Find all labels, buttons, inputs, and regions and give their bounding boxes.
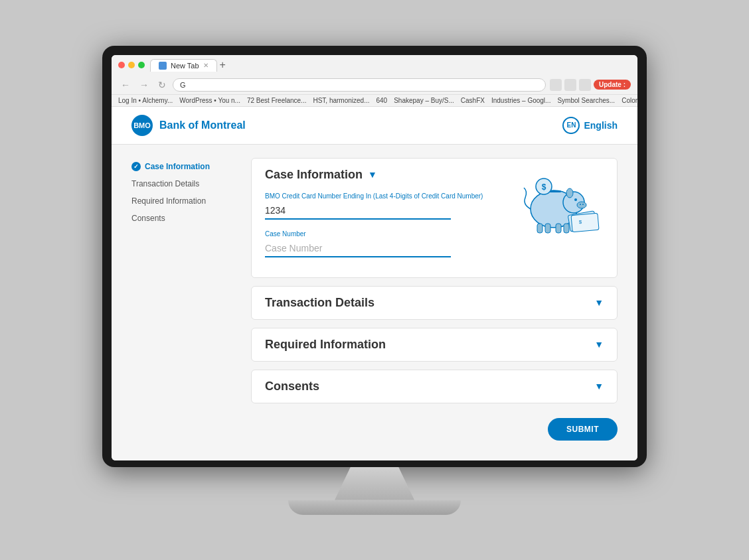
content-area: Case Information ▼ BMO Credit Card Numbe… [251, 158, 618, 447]
sidebar-check-icon: ✓ [131, 162, 141, 171]
transaction-details-arrow-icon: ▼ [594, 297, 604, 308]
section-required-information: Required Information ▼ [251, 328, 618, 362]
bookmark-9[interactable]: Symbol Searches... [557, 97, 615, 104]
bookmark-2[interactable]: WordPress • You n... [179, 97, 240, 104]
bookmark-1[interactable]: Log In • Alchemy... [118, 97, 173, 104]
bookmark-5[interactable]: 640 [376, 97, 388, 104]
back-icon[interactable]: ← [118, 78, 133, 92]
sidebar-item-transaction-details-label: Transaction Details [131, 179, 199, 188]
svg-rect-15 [571, 213, 599, 232]
tab-favicon-icon [159, 62, 167, 70]
svg-rect-13 [564, 224, 569, 233]
submit-area: SUBMIT [251, 411, 618, 447]
svg-rect-10 [537, 224, 542, 233]
consents-header[interactable]: Consents ▼ [252, 370, 617, 403]
transaction-details-header[interactable]: Transaction Details ▼ [252, 287, 617, 319]
monitor-shell: New Tab ✕ + ← → ↻ [102, 46, 647, 515]
bookmark-4[interactable]: HST, harmonized... [313, 97, 369, 104]
close-icon[interactable] [118, 62, 125, 68]
bookmarks-bar: Log In • Alchemy... WordPress • You n...… [112, 94, 637, 106]
lang-code-badge: EN [562, 117, 580, 134]
case-information-arrow-icon: ▼ [368, 169, 377, 180]
bmo-bank-name: Bank of Montreal [159, 119, 246, 131]
svg-point-5 [574, 198, 577, 201]
svg-point-2 [577, 202, 586, 208]
browser-tab[interactable]: New Tab ✕ [150, 59, 217, 72]
svg-text:$: $ [542, 182, 546, 192]
bookmark-8[interactable]: Industries – Googl... [491, 97, 551, 104]
bookmark-10[interactable]: Colors • House of... [622, 97, 637, 104]
credit-card-field-group: BMO Credit Card Number Ending In (Last 4… [265, 192, 511, 220]
svg-rect-11 [545, 224, 550, 233]
tab-title: New Tab [171, 62, 199, 70]
case-information-title: Case Information [265, 168, 363, 182]
submit-button[interactable]: SUBMIT [548, 418, 618, 441]
svg-rect-12 [556, 224, 561, 233]
reload-icon[interactable]: ↻ [155, 78, 169, 92]
bookmark-3[interactable]: 72 Best Freelance... [247, 97, 307, 104]
address-bar[interactable] [173, 78, 546, 92]
case-number-field-group: Case Number [265, 230, 511, 257]
sidebar-item-consents[interactable]: Consents [131, 210, 231, 227]
piggy-bank-illustration: $ [511, 168, 604, 241]
sidebar-item-transaction-details[interactable]: Transaction Details [131, 175, 231, 192]
page-header: BMO Bank of Montreal EN English [112, 107, 637, 145]
required-information-header[interactable]: Required Information ▼ [252, 328, 617, 361]
extensions-icon[interactable] [564, 79, 576, 91]
case-number-input[interactable] [265, 240, 451, 257]
consents-arrow-icon: ▼ [594, 381, 604, 391]
lang-label: English [584, 120, 618, 131]
maximize-icon[interactable] [138, 62, 145, 68]
credit-card-label: BMO Credit Card Number Ending In (Last 4… [265, 192, 511, 200]
consents-title: Consents [265, 380, 319, 393]
required-information-arrow-icon: ▼ [594, 339, 604, 350]
sidebar-item-case-information[interactable]: ✓ Case Information [131, 158, 231, 175]
language-switcher[interactable]: EN English [562, 117, 618, 134]
section-case-information: Case Information ▼ BMO Credit Card Numbe… [251, 158, 618, 278]
bookmark-6[interactable]: Shakepay – Buy/S... [394, 97, 454, 104]
transaction-details-title: Transaction Details [265, 296, 374, 310]
bmo-logo-circle: BMO [131, 115, 153, 136]
monitor-stand-base [288, 500, 461, 515]
forward-icon[interactable]: → [137, 78, 151, 92]
required-information-title: Required Information [265, 338, 386, 352]
tab-close-icon[interactable]: ✕ [203, 62, 208, 69]
svg-point-4 [582, 204, 584, 205]
bookmark-7[interactable]: CashFX [461, 97, 485, 104]
bookmark-icon[interactable] [550, 79, 562, 91]
section-transaction-details: Transaction Details ▼ [251, 286, 618, 320]
traffic-lights [118, 62, 145, 68]
profile-icon[interactable] [579, 79, 591, 91]
case-number-label: Case Number [265, 230, 511, 238]
monitor-stand-neck [335, 467, 414, 500]
sidebar-item-required-information-label: Required Information [131, 196, 206, 206]
bmo-abbr: BMO [133, 121, 151, 129]
sidebar: ✓ Case Information Transaction Details R… [131, 158, 231, 447]
lang-code: EN [566, 121, 576, 129]
case-information-header[interactable]: Case Information ▼ BMO Credit Card Numbe… [252, 159, 617, 277]
svg-point-6 [566, 188, 573, 198]
credit-card-input[interactable] [265, 202, 451, 220]
bmo-logo: BMO Bank of Montreal [131, 115, 246, 136]
minimize-icon[interactable] [128, 62, 135, 68]
new-tab-icon[interactable]: + [220, 60, 226, 70]
update-button[interactable]: Update : [594, 80, 631, 90]
svg-text:$: $ [579, 219, 582, 225]
sidebar-item-required-information[interactable]: Required Information [131, 192, 231, 210]
sidebar-item-consents-label: Consents [131, 214, 165, 223]
section-consents: Consents ▼ [251, 370, 618, 403]
sidebar-item-case-information-label: Case Information [145, 162, 210, 171]
svg-point-3 [580, 204, 581, 205]
